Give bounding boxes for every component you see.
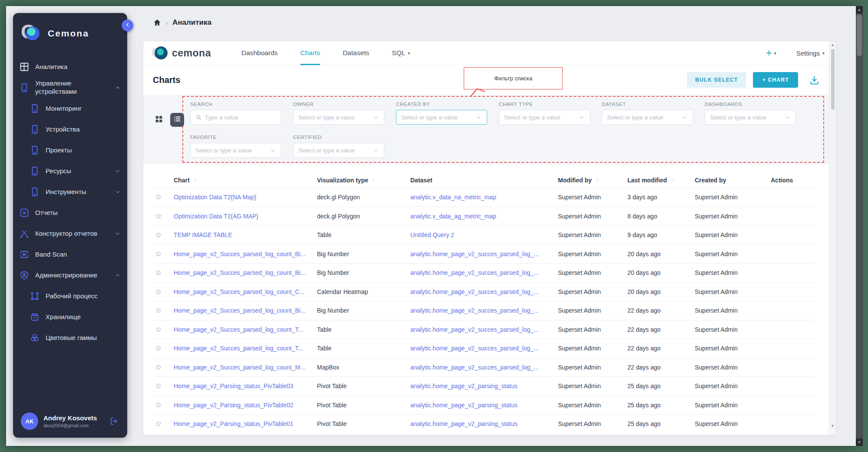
favorite-star-icon[interactable]: [155, 231, 162, 239]
scroll-down-icon[interactable]: ▼: [829, 424, 836, 428]
filter-select[interactable]: Select or type a value: [499, 110, 590, 125]
sort-icon[interactable]: [371, 178, 376, 183]
dataset-link[interactable]: analytic.home_page_v2_parsing_status: [410, 402, 558, 409]
sidebar-item-analytics[interactable]: Аналитика: [13, 56, 127, 77]
dataset-link[interactable]: analytic.home_page_v2_succes_parsed_log_…: [410, 345, 558, 352]
cemona-navbar-logo-icon[interactable]: C: [153, 46, 168, 60]
chart-name-link[interactable]: Optimization Data T2{AG MAP}: [174, 213, 317, 220]
add-new-menu[interactable]: + ▾: [766, 48, 776, 58]
chart-name-link[interactable]: Home_page_v2_Succes_parsed_log_count_T..…: [174, 345, 317, 352]
favorite-star-icon[interactable]: [155, 269, 162, 277]
filter-select[interactable]: Select or type a value: [293, 110, 384, 125]
chart-name-link[interactable]: Home_page_v2_Succes_parsed_log_count_Bi.…: [174, 307, 317, 314]
sidebar-item-device-management[interactable]: Управление устройствами: [13, 77, 127, 98]
sidebar-item-color-schemes[interactable]: Цветовые гаммы: [13, 327, 127, 348]
chart-name-link[interactable]: Optimization Data T2{NA Map}: [174, 194, 317, 201]
favorite-star-icon[interactable]: [155, 326, 162, 333]
scrollbar-thumb[interactable]: [857, 15, 862, 56]
sidebar-item-monitoring[interactable]: Мониторинг: [13, 98, 127, 119]
sidebar-item-reports[interactable]: Отчеты: [13, 202, 127, 223]
browser-scrollbar[interactable]: ▲ ▼: [856, 6, 863, 446]
favorite-star-icon[interactable]: [155, 363, 162, 371]
sidebar-collapse-button[interactable]: [122, 20, 133, 31]
dataset-link[interactable]: analytic.home_page_v2_succes_parsed_log_…: [410, 307, 558, 314]
favorite-star-icon[interactable]: [155, 420, 162, 428]
chart-name-link[interactable]: Home_page_v2_Succes_parsed_log_count_C..…: [174, 288, 317, 295]
sidebar-item-administration[interactable]: Администрирование: [13, 265, 127, 286]
favorite-star-icon[interactable]: [155, 382, 162, 390]
column-header-actions[interactable]: Actions: [771, 177, 814, 184]
dataset-link[interactable]: analytic.home_page_v2_succes_parsed_log_…: [410, 326, 558, 333]
filter-select[interactable]: Select or type a value: [396, 110, 487, 125]
download-icon[interactable]: [809, 74, 820, 86]
favorite-star-icon[interactable]: [155, 193, 162, 201]
column-header-visualization-type[interactable]: Visualization type: [317, 177, 410, 184]
chart-name-link[interactable]: Home_page_v2_Succes_parsed_log_count_Bi.…: [174, 251, 317, 257]
favorite-star-icon[interactable]: [155, 401, 162, 409]
list-view-icon: [172, 114, 182, 125]
device-icon: [19, 82, 30, 93]
column-header-dataset[interactable]: Dataset: [410, 177, 558, 184]
column-header-chart[interactable]: Chart: [174, 177, 317, 184]
chart-name-link[interactable]: Home_page_v2_Succes_parsed_log_count_T..…: [174, 326, 317, 333]
scroll-up-icon[interactable]: ▲: [829, 43, 836, 47]
sidebar-item-tools[interactable]: Инструменты: [13, 181, 127, 202]
dataset-link[interactable]: analytic.home_page_v2_succes_parsed_log_…: [410, 269, 558, 276]
annotation-label: Фильтр списка: [494, 75, 532, 82]
dataset-link[interactable]: Untitled Query 2: [410, 231, 558, 238]
dataset-link[interactable]: analytic.home_page_v2_parsing_status: [410, 383, 558, 389]
dataset-link[interactable]: analytic.home_page_v2_succes_parsed_log_…: [410, 288, 558, 295]
sort-icon[interactable]: [670, 178, 675, 183]
sidebar-item-band-scan[interactable]: Band Scan: [13, 244, 127, 265]
tab-dashboards[interactable]: Dashboards: [241, 41, 278, 65]
logout-icon[interactable]: [109, 416, 119, 426]
card-view-toggle[interactable]: [152, 113, 166, 127]
sidebar-item-projects[interactable]: Проекты: [13, 140, 127, 161]
filter-select[interactable]: Select or type a value: [190, 143, 281, 158]
sort-icon[interactable]: [594, 178, 600, 183]
favorite-star-icon[interactable]: [155, 288, 162, 296]
tab-sql[interactable]: SQL ▾: [392, 41, 410, 65]
settings-menu[interactable]: Settings ▾: [796, 49, 825, 57]
card-scrollbar[interactable]: ▲ ▼: [829, 41, 836, 435]
favorite-star-icon[interactable]: [155, 212, 162, 220]
column-header-created-by[interactable]: Created by: [695, 177, 771, 184]
chart-name-link[interactable]: Home_page_v2_Succes_parsed_log_count_M..…: [174, 364, 317, 371]
dataset-link[interactable]: analytic.home_page_v2_parsing_status: [410, 420, 558, 427]
navbar-brand[interactable]: cemona: [172, 47, 211, 59]
chart-name-link[interactable]: Home_page_v2_Parsing_status_PivTable02: [174, 402, 317, 409]
sidebar-item-workflow[interactable]: Рабочий процесс: [13, 286, 127, 307]
chart-name-link[interactable]: Home_page_v2_Parsing_status_PivTable01: [174, 420, 317, 427]
favorite-star-icon[interactable]: [155, 250, 162, 258]
dataset-link[interactable]: analytic.v_data_na_metric_map: [410, 194, 558, 201]
bulk-select-button[interactable]: BULK SELECT: [687, 72, 746, 88]
dataset-link[interactable]: analytic.home_page_v2_succes_parsed_log_…: [410, 251, 558, 257]
filter-select[interactable]: Select or type a value: [602, 110, 693, 125]
search-input[interactable]: [205, 114, 282, 121]
sidebar-item-resources[interactable]: Ресурсы: [13, 161, 127, 181]
scroll-up-icon[interactable]: ▲: [856, 6, 863, 13]
filter-select[interactable]: Select or type a value: [293, 143, 384, 158]
sidebar-item-storage[interactable]: Хранилище: [13, 307, 127, 327]
filter-select[interactable]: Select or type a value: [705, 110, 796, 125]
chart-name-link[interactable]: TEMP IMAGE TABLE: [174, 231, 317, 238]
device-icon: [30, 166, 40, 176]
scroll-down-icon[interactable]: ▼: [856, 439, 863, 446]
dataset-link[interactable]: analytic.v_data_ag_metric_map: [410, 213, 558, 220]
favorite-star-icon[interactable]: [155, 344, 162, 352]
column-header-last-modified[interactable]: Last modified: [627, 177, 695, 184]
sidebar-item-report-builder[interactable]: Конструктор отчетов: [13, 223, 127, 244]
dataset-link[interactable]: analytic.home_page_v2_succes_parsed_log_…: [410, 364, 558, 371]
home-icon[interactable]: [153, 18, 162, 27]
new-chart-button[interactable]: + CHART: [753, 72, 798, 88]
chart-name-link[interactable]: Home_page_v2_Succes_parsed_log_count_Bi.…: [174, 269, 317, 276]
column-header-modified-by[interactable]: Modified by: [558, 177, 627, 184]
tab-charts[interactable]: Charts: [300, 41, 320, 65]
chart-name-link[interactable]: Home_page_v2_Parsing_status_PivTable03: [174, 383, 317, 389]
sort-icon[interactable]: [192, 178, 198, 183]
scrollbar-thumb[interactable]: [831, 49, 835, 110]
list-view-toggle[interactable]: [170, 113, 184, 127]
tab-datasets[interactable]: Datasets: [343, 41, 369, 65]
sidebar-item-devices[interactable]: Устройства: [13, 119, 127, 140]
favorite-star-icon[interactable]: [155, 307, 162, 314]
